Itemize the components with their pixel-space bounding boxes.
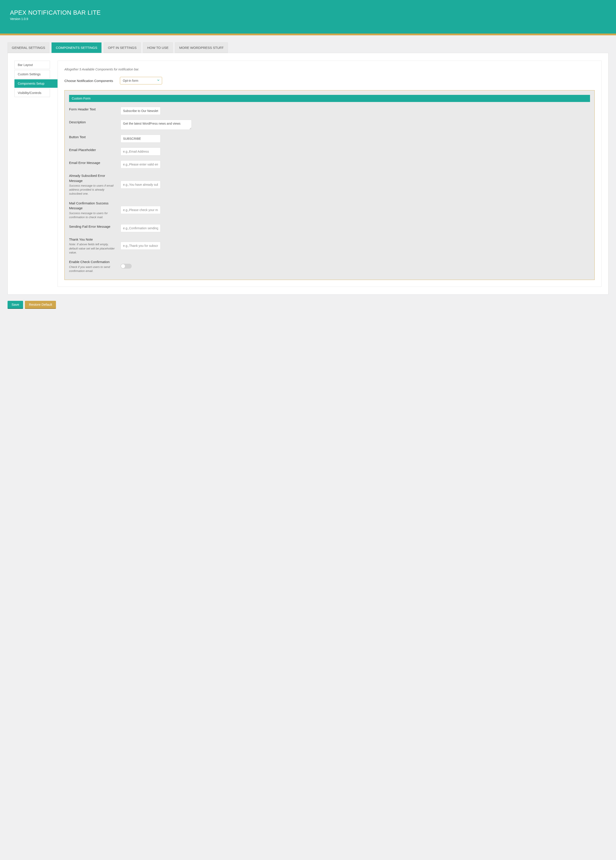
email-placeholder-input[interactable] xyxy=(121,148,161,155)
toggle-knob xyxy=(121,264,125,268)
save-button[interactable]: Save xyxy=(8,301,23,309)
restore-default-button[interactable]: Restore Default xyxy=(25,301,56,309)
tab-general-settings[interactable]: GENERAL SETTINGS xyxy=(8,42,49,53)
email-error-label: Email Error Message xyxy=(69,160,118,165)
select-label: Choose Notification Components xyxy=(64,79,120,83)
main-panel: Bar Layout Custom Settings Components Se… xyxy=(8,53,608,295)
form-header-text-input[interactable] xyxy=(121,107,161,115)
footer-buttons: Save Restore Default xyxy=(8,301,608,309)
enable-check-toggle[interactable] xyxy=(121,264,132,268)
intro-text: Altogether 5 Available Components for no… xyxy=(64,67,595,71)
button-text-label: Button Text xyxy=(69,135,118,140)
form-header-text-label: Form Header Text xyxy=(69,107,118,112)
already-subscribed-input[interactable] xyxy=(121,180,161,188)
tab-more-wordpress-stuff[interactable]: MORE WORDPRESS STUFF xyxy=(175,42,228,53)
version-label: Version 1.0.9 xyxy=(10,17,606,20)
tab-how-to-use[interactable]: HOW TO USE xyxy=(143,42,173,53)
sidebar-item-visibility-controls[interactable]: Visibility/Controls xyxy=(14,89,50,97)
email-placeholder-label: Email Placeholder xyxy=(69,148,118,153)
content-area: Altogether 5 Available Components for no… xyxy=(58,53,608,294)
sidebar: Bar Layout Custom Settings Components Se… xyxy=(8,53,58,294)
description-label: Description xyxy=(69,120,118,125)
thank-you-help: Note: If above fields left empty, defaul… xyxy=(69,242,118,254)
thank-you-label: Thank You Note xyxy=(69,237,118,242)
tab-components-settings[interactable]: COMPONENTS SETTINGS xyxy=(52,42,102,53)
components-select[interactable] xyxy=(120,77,162,85)
mail-confirmation-input[interactable] xyxy=(121,206,161,214)
mail-confirmation-label: Mail Confirmation Success Message xyxy=(69,201,118,211)
form-section-header: Custom Form xyxy=(69,95,590,102)
email-error-input[interactable] xyxy=(121,160,161,168)
mail-confirmation-help: Success message to users for confirmatio… xyxy=(69,211,118,219)
already-subscribed-label: Already Subscibed Error Message xyxy=(69,173,118,183)
enable-check-label: Enable Check Confirmation xyxy=(69,259,118,265)
tabs-navigation: GENERAL SETTINGS COMPONENTS SETTINGS OPT… xyxy=(8,42,608,53)
sidebar-item-bar-layout[interactable]: Bar Layout xyxy=(14,61,50,69)
sidebar-item-custom-settings[interactable]: Custom Settings xyxy=(14,70,50,78)
enable-check-help: Check if you want users to send confirma… xyxy=(69,265,118,273)
description-textarea[interactable]: Get the latest WordPress news and views xyxy=(121,120,192,130)
button-text-input[interactable] xyxy=(121,135,161,143)
sending-fail-label: Sending Fail Error Message xyxy=(69,224,118,229)
already-subscribed-help: Success message to users if email addres… xyxy=(69,184,118,196)
content-box: Altogether 5 Available Components for no… xyxy=(58,61,602,287)
page-title: APEX NOTIFICATION BAR LITE xyxy=(10,9,606,16)
header-banner: APEX NOTIFICATION BAR LITE Version 1.0.9 xyxy=(0,0,616,35)
sidebar-item-components-setup[interactable]: Components Setup xyxy=(14,79,58,88)
thank-you-input[interactable] xyxy=(121,242,161,250)
sending-fail-input[interactable] xyxy=(121,224,161,232)
tab-opt-in-settings[interactable]: OPT IN SETTINGS xyxy=(104,42,141,53)
form-container: Custom Form Form Header Text Description xyxy=(64,90,595,280)
